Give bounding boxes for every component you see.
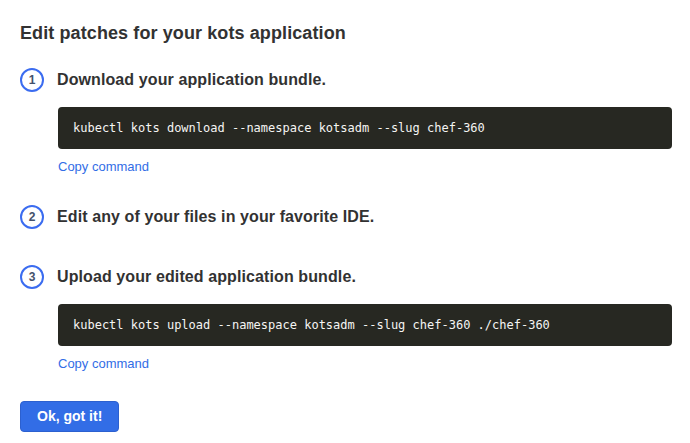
modal-footer: Ok, got it!: [20, 372, 672, 432]
step-edit-header: 2 Edit any of your files in your favorit…: [20, 205, 672, 229]
modal-title: Edit patches for your kots application: [20, 22, 672, 45]
step-download-body: kubectl kots download --namespace kotsad…: [58, 107, 672, 175]
edit-patches-modal: Edit patches for your kots application 1…: [0, 0, 690, 443]
step-upload: 3 Upload your edited application bundle.…: [20, 265, 672, 372]
step-upload-body: kubectl kots upload --namespace kotsadm …: [58, 304, 672, 372]
ok-got-it-button[interactable]: Ok, got it!: [20, 401, 119, 432]
step-3-number-badge: 3: [20, 265, 44, 289]
step-1-number-badge: 1: [20, 68, 44, 92]
step-3-heading: Upload your edited application bundle.: [57, 268, 356, 286]
step-2-number-badge: 2: [20, 205, 44, 229]
copy-upload-command-link[interactable]: Copy command: [58, 356, 149, 371]
upload-command-code-block: kubectl kots upload --namespace kotsadm …: [58, 304, 672, 346]
step-2-heading: Edit any of your files in your favorite …: [57, 208, 374, 226]
step-edit: 2 Edit any of your files in your favorit…: [20, 205, 672, 229]
step-download-header: 1 Download your application bundle.: [20, 68, 672, 92]
copy-download-command-link[interactable]: Copy command: [58, 159, 149, 174]
step-download: 1 Download your application bundle. kube…: [20, 68, 672, 175]
step-1-heading: Download your application bundle.: [57, 71, 326, 89]
step-upload-header: 3 Upload your edited application bundle.: [20, 265, 672, 289]
download-command-code-block: kubectl kots download --namespace kotsad…: [58, 107, 672, 149]
